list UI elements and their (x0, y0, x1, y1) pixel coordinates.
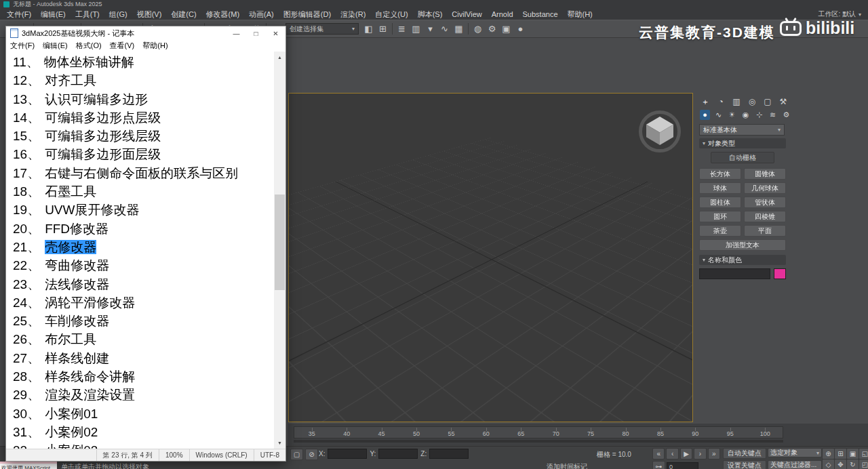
object-type-button[interactable]: 管状体 (744, 197, 786, 208)
graphite-ribbon-icon[interactable]: ▾ (423, 22, 437, 36)
notepad-menu-item[interactable]: 帮助(H) (138, 41, 172, 51)
object-type-button[interactable]: 长方体 (699, 168, 741, 180)
viewcube[interactable] (638, 110, 682, 153)
curve-editor-icon[interactable]: ∿ (437, 22, 452, 36)
auto-key-button[interactable]: 自动关键点 (723, 448, 766, 459)
category-helpers[interactable]: ⊹ (754, 110, 764, 120)
align-icon[interactable]: ⊞ (376, 22, 390, 36)
tab-display[interactable]: ▢ (762, 96, 773, 107)
set-key-button[interactable]: 设置关键点 (723, 460, 766, 469)
tab-create[interactable]: ＋ (700, 96, 711, 107)
track-bar[interactable] (294, 440, 783, 443)
workspace-selector[interactable]: 工作区: 默认 ▾ (818, 9, 868, 19)
category-geometry[interactable]: ● (700, 110, 710, 120)
go-to-start-button[interactable]: « (652, 448, 665, 460)
zoom-all-icon[interactable]: ⊞ (834, 448, 847, 460)
tab-modify[interactable]: ◔ (715, 96, 726, 107)
field-of-view-icon[interactable]: ◇ (822, 459, 835, 469)
previous-frame-button[interactable]: ‹ (666, 448, 678, 460)
object-type-button[interactable]: 球体 (699, 182, 741, 194)
next-frame-button[interactable]: › (694, 448, 706, 460)
orbit-icon[interactable]: ↻ (846, 459, 859, 469)
autogrid-toggle[interactable]: 自动栅格 (711, 152, 774, 163)
rollout-name-color-header[interactable]: ▾ 名称和颜色 (699, 255, 786, 265)
scroll-down-icon[interactable]: ▼ (274, 437, 285, 449)
object-type-button[interactable]: 圆柱体 (699, 197, 741, 208)
menu-item[interactable]: 动画(A) (244, 9, 279, 20)
perspective-viewport[interactable] (288, 93, 693, 422)
current-frame-field[interactable]: 0 (667, 462, 698, 469)
notepad-menu-item[interactable]: 编辑(E) (39, 41, 72, 51)
menu-item[interactable]: 图形编辑器(D) (279, 9, 336, 20)
maximize-viewport-toggle-icon[interactable]: ◰ (859, 459, 868, 469)
tab-utilities[interactable]: ⚒ (778, 96, 789, 107)
menu-item[interactable]: 工具(T) (71, 9, 104, 20)
isolate-selection-toggle-icon[interactable]: ▢ (290, 449, 303, 460)
notepad-menu-item[interactable]: 文件(F) (6, 41, 39, 51)
maxscript-mini-listener[interactable]: 欢迎使用 MAXScript (0, 462, 57, 469)
zoom-extents-icon[interactable]: ▣ (846, 448, 859, 460)
object-type-button[interactable]: 几何球体 (744, 182, 786, 194)
play-button[interactable]: ▶ (680, 448, 692, 460)
object-type-button[interactable]: 平面 (744, 225, 786, 237)
named-selection-set-combo[interactable]: 创建选择集 ▾ (285, 23, 359, 35)
render-setup-icon[interactable]: ⚙ (485, 22, 499, 36)
add-time-tag[interactable]: 添加时间标记 (547, 462, 587, 469)
object-name-field[interactable] (699, 268, 770, 279)
schematic-view-icon[interactable]: ▦ (452, 22, 466, 36)
layer-manager-icon[interactable]: ▥ (409, 22, 423, 36)
rendered-frame-icon[interactable]: ▣ (499, 22, 513, 36)
notepad-titlebar[interactable]: 3dMax2025基础视频大纲 - 记事本 — □ ✕ (6, 26, 285, 40)
material-editor-icon[interactable]: ◍ (471, 22, 485, 36)
notepad-menu-item[interactable]: 格式(O) (72, 41, 106, 51)
menu-item[interactable]: Arnold (487, 10, 518, 18)
category-systems[interactable]: ⚙ (781, 110, 791, 120)
z-coordinate-field[interactable] (429, 449, 469, 459)
notepad-text-area[interactable]: 11、物体坐标轴讲解12、对齐工具13、认识可编辑多边形14、可编辑多边形点层级… (6, 52, 274, 449)
object-type-button[interactable]: 圆环 (699, 211, 741, 222)
category-shapes[interactable]: ∿ (713, 110, 724, 120)
menu-item[interactable]: 脚本(S) (413, 9, 448, 20)
object-type-button[interactable]: 圆锥体 (744, 168, 786, 180)
scrollbar-thumb[interactable] (275, 195, 285, 290)
maximize-button[interactable]: □ (246, 26, 266, 40)
menu-item[interactable]: CivilView (447, 10, 486, 18)
zoom-extents-all-icon[interactable]: ◱ (859, 448, 868, 460)
object-color-swatch[interactable] (774, 268, 786, 279)
object-type-button[interactable]: 茶壶 (699, 225, 741, 237)
key-filters-button[interactable]: 关键点过滤器... (768, 460, 822, 469)
separator[interactable] (468, 23, 469, 35)
tab-hierarchy[interactable]: ▥ (731, 96, 742, 107)
zoom-icon[interactable]: ⊕ (822, 448, 835, 460)
pan-icon[interactable]: ✥ (834, 459, 847, 469)
separator[interactable] (392, 23, 393, 35)
category-lights[interactable]: ☀ (727, 110, 737, 120)
go-to-end-button[interactable]: » (708, 448, 720, 460)
menu-item[interactable]: 编辑(E) (36, 9, 71, 20)
object-category-dropdown[interactable]: 标准基本体 ▾ (699, 124, 785, 136)
menu-item[interactable]: 帮助(H) (563, 9, 597, 20)
rollout-object-type-header[interactable]: ▾ 对象类型 (699, 138, 786, 148)
selection-lock-toggle-icon[interactable]: ⊘ (305, 449, 318, 460)
object-type-button[interactable]: 四棱锥 (744, 211, 786, 222)
category-space-warps[interactable]: ≋ (768, 110, 778, 120)
notepad-scrollbar[interactable]: ▲ ▼ (274, 52, 285, 449)
menu-item[interactable]: 修改器(M) (201, 9, 245, 20)
mirror-icon[interactable]: ◧ (361, 22, 376, 36)
tab-motion[interactable]: ◎ (747, 96, 757, 107)
timeline-ruler[interactable]: 35 40 45 50 55 60 65 70 75 80 85 90 (294, 426, 783, 439)
render-production-icon[interactable]: ● (513, 22, 528, 36)
menu-item[interactable]: Substance (518, 10, 563, 18)
menu-item[interactable]: 渲染(R) (336, 9, 370, 20)
menu-item[interactable]: 文件(F) (2, 9, 36, 20)
notepad-menu-item[interactable]: 查看(V) (106, 41, 139, 51)
menu-item[interactable]: 创建(C) (166, 9, 201, 20)
notepad-body[interactable]: 11、物体坐标轴讲解12、对齐工具13、认识可编辑多边形14、可编辑多边形点层级… (6, 52, 285, 449)
toggle-scene-explorer-icon[interactable]: ≣ (395, 22, 409, 36)
menu-item[interactable]: 视图(V) (132, 9, 167, 20)
minimize-button[interactable]: — (226, 26, 246, 40)
category-cameras[interactable]: ◉ (741, 110, 751, 120)
menu-item[interactable]: 自定义(U) (370, 9, 412, 20)
object-type-button[interactable]: 加强型文本 (699, 239, 786, 251)
scroll-up-icon[interactable]: ▲ (274, 52, 285, 63)
